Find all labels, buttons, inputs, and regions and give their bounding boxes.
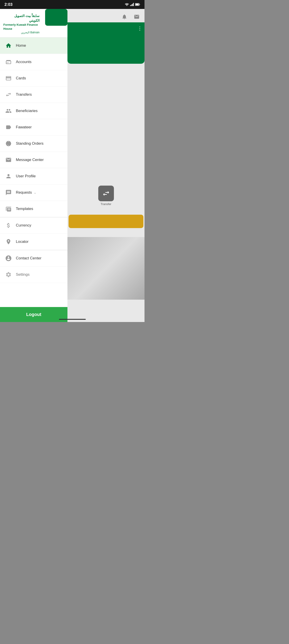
svg-rect-0: [130, 5, 131, 6]
sidebar-item-message-center[interactable]: Message Center: [0, 152, 67, 168]
locator-icon: [4, 238, 12, 246]
sidebar-item-beneficiaries[interactable]: Beneficiaries: [0, 103, 67, 119]
main-container: سابقاً بيت التمويل الكويتي Formerly Kuwa…: [0, 9, 144, 322]
svg-rect-7: [7, 62, 7, 63]
navigation-drawer: سابقاً بيت التمويل الكويتي Formerly Kuwa…: [0, 9, 67, 322]
svg-rect-8: [8, 62, 9, 63]
sidebar-item-accounts-label: Accounts: [16, 60, 31, 64]
sidebar-item-transfers-label: Transfers: [16, 92, 32, 97]
sidebar-item-message-center-label: Message Center: [16, 158, 44, 162]
transfer-area: Transfer: [67, 186, 144, 206]
contact-center-icon: [4, 254, 12, 262]
sidebar-item-beneficiaries-label: Beneficiaries: [16, 109, 37, 113]
nav-list: Home Accounts Cards Tra: [0, 38, 67, 307]
sidebar-item-transfers[interactable]: Transfers: [0, 86, 67, 103]
sidebar-item-user-profile[interactable]: User Profile: [0, 168, 67, 184]
bank-bahrain-label: Bahrain البحرين: [3, 31, 39, 34]
status-time: 2:03: [4, 2, 12, 7]
mail-icon[interactable]: [132, 12, 141, 21]
message-center-icon: [4, 156, 12, 164]
sidebar-item-settings-label: Settings: [16, 272, 29, 277]
sidebar-item-standing-orders-label: Standing Orders: [16, 141, 43, 146]
background-content: ⋮ Transfer: [67, 9, 144, 322]
green-card-area: ⋮: [67, 22, 144, 64]
transfer-label: Transfer: [101, 202, 111, 206]
transfer-button[interactable]: [98, 186, 114, 201]
sidebar-item-contact-center-label: Contact Center: [16, 256, 41, 260]
svg-rect-5: [140, 4, 140, 5]
settings-icon: [4, 270, 12, 278]
yellow-card: [68, 215, 143, 228]
sidebar-item-home[interactable]: Home: [0, 38, 67, 54]
signal-icon: [130, 3, 134, 6]
sidebar-item-currency-label: Currency: [16, 223, 31, 228]
logout-button[interactable]: Logout: [0, 307, 67, 322]
sidebar-item-currency[interactable]: Currency: [0, 217, 67, 234]
bank-arabic-name: سابقاً بيت التمويل الكويتي: [3, 14, 39, 23]
drawer-header: سابقاً بيت التمويل الكويتي Formerly Kuwa…: [0, 9, 67, 38]
accounts-icon: [4, 58, 12, 66]
sidebar-item-user-profile-label: User Profile: [16, 174, 36, 178]
three-dots-icon[interactable]: ⋮: [137, 26, 142, 32]
beneficiaries-icon: [4, 107, 12, 115]
car-placeholder: [67, 237, 144, 300]
svg-rect-6: [136, 4, 139, 5]
standing-orders-icon: [4, 140, 12, 148]
car-image-area: [67, 237, 144, 300]
camera-notch: [69, 1, 76, 8]
home-icon: [4, 42, 12, 50]
sidebar-item-standing-orders[interactable]: Standing Orders: [0, 136, 67, 152]
fawateer-icon: [4, 123, 12, 131]
svg-rect-3: [133, 3, 134, 6]
requests-chevron-icon: ⌄: [34, 191, 36, 194]
status-icons: [125, 3, 140, 6]
battery-icon: [135, 3, 140, 6]
templates-icon: [4, 205, 12, 213]
sidebar-item-accounts[interactable]: Accounts: [0, 54, 67, 70]
sidebar-item-fawateer-label: Fawateer: [16, 125, 32, 130]
currency-icon: [4, 222, 12, 230]
requests-icon: [4, 188, 12, 196]
status-bar: 2:03: [0, 0, 144, 9]
sidebar-item-locator[interactable]: Locator: [0, 234, 67, 250]
wifi-icon: [125, 3, 129, 6]
sidebar-item-templates[interactable]: Templates: [0, 201, 67, 217]
cards-icon: [4, 74, 12, 82]
transfers-icon: [4, 90, 12, 98]
sidebar-item-fawateer[interactable]: Fawateer: [0, 119, 67, 136]
notification-icon[interactable]: [120, 12, 129, 21]
sidebar-item-cards-label: Cards: [16, 76, 26, 80]
home-indicator: [59, 319, 86, 320]
sidebar-item-home-label: Home: [16, 44, 26, 48]
sidebar-item-requests[interactable]: Requests ⌄: [0, 184, 67, 201]
sidebar-item-templates-label: Templates: [16, 206, 33, 211]
drawer-green-box: [45, 9, 67, 26]
svg-rect-1: [131, 4, 132, 6]
sidebar-item-locator-label: Locator: [16, 240, 28, 244]
sidebar-item-cards[interactable]: Cards: [0, 70, 67, 86]
sidebar-item-settings[interactable]: Settings: [0, 266, 67, 283]
sidebar-item-requests-label: Requests: [16, 190, 32, 195]
user-profile-icon: [4, 172, 12, 180]
bank-english-name: Formerly Kuwait Finance House: [3, 23, 39, 31]
sidebar-item-contact-center[interactable]: Contact Center: [0, 250, 67, 266]
svg-rect-2: [132, 4, 133, 6]
